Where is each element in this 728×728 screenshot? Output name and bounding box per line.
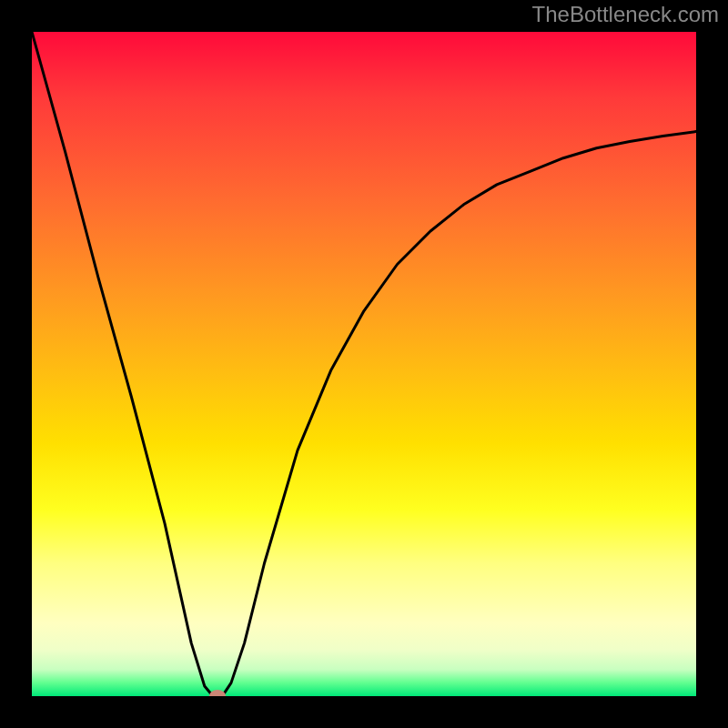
watermark-text: TheBottleneck.com <box>532 2 719 27</box>
chart-frame: TheBottleneck.com <box>0 0 728 728</box>
curve-path <box>32 32 696 696</box>
marker-dot <box>209 690 226 696</box>
plot-area <box>32 32 696 696</box>
curve-svg <box>32 32 696 696</box>
